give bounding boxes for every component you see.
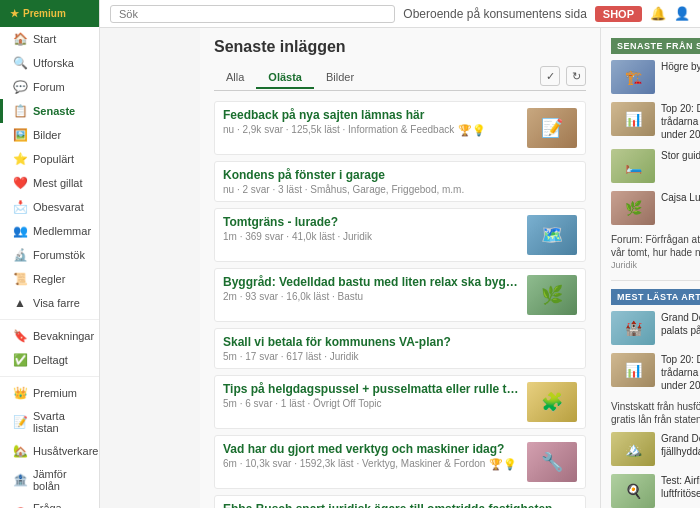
- rs-text: Stor guide: Köpa säng: [661, 149, 700, 183]
- sidebar-item-fragaexperten[interactable]: ❓ Fråga experten: [0, 497, 99, 508]
- sidebar-item-mestgillat[interactable]: ❤️ Mest gillat: [0, 171, 99, 195]
- sidebar-item-obesvarat[interactable]: 📩 Obesvarat: [0, 195, 99, 219]
- rs-section2-title: MEST LÄSTA ARTIKLAR: [611, 289, 700, 305]
- sidebar-divider2: [0, 376, 99, 377]
- sidebar-item-regler[interactable]: 📜 Regler: [0, 267, 99, 291]
- post-meta-text: 1m · 369 svar · 41,0k läst · Juridik: [223, 231, 372, 242]
- sidebar-item-husatverk[interactable]: 🏡 Husåtverkare: [0, 439, 99, 463]
- sidebar-item-label: Medlemmar: [33, 225, 91, 237]
- post-meta: 2m · 93 svar · 16,0k läst · Bastu: [223, 291, 519, 302]
- sidebar-item-forum[interactable]: 💬 Forum: [0, 75, 99, 99]
- home-icon: 🏠: [13, 32, 27, 46]
- post-content: Tips på helgdagspussel + pusselmatta ell…: [223, 382, 519, 422]
- tab-bilder[interactable]: Bilder: [314, 67, 366, 89]
- rs-thumbnail: 🛏️: [611, 149, 655, 183]
- post-item[interactable]: Kondens på fönster i garage nu · 2 svar …: [214, 161, 586, 202]
- tab-olasta[interactable]: Olästa: [256, 67, 314, 89]
- rs-item-title: Top 20: De mest lästa trådarna på Byggah…: [661, 353, 700, 392]
- post-emoji: 🏆💡: [458, 124, 486, 137]
- sidebar-item-label: Jämför bolån: [33, 468, 89, 492]
- bell-icon[interactable]: 🔔: [650, 6, 666, 21]
- user-icon[interactable]: 👤: [674, 6, 690, 21]
- post-meta: nu · 2,9k svar · 125,5k läst · Informati…: [223, 124, 519, 137]
- check-all-button[interactable]: ✓: [540, 66, 560, 86]
- sidebar-item-forumsok[interactable]: 🔬 Forumstök: [0, 243, 99, 267]
- post-item[interactable]: Ebba Busch snart juridisk ägare till oms…: [214, 495, 586, 508]
- rs-forum-item[interactable]: Forum: Förfrågan att gräva in fiber på v…: [611, 233, 700, 272]
- post-item[interactable]: Tomtgräns - lurade? 1m · 369 svar · 41,0…: [214, 208, 586, 262]
- rs-thumbnail: 🍳: [611, 474, 655, 508]
- post-title: Kondens på fönster i garage: [223, 168, 577, 182]
- sidebar-item-label: Obesvarat: [33, 201, 84, 213]
- post-thumbnail: 🔧: [527, 442, 577, 482]
- rs-text: Högre byggtakt än väntat i år: [661, 60, 700, 94]
- sidebar-item-premium[interactable]: 👑 Premium: [0, 381, 99, 405]
- sidebar-item-svartalistan[interactable]: 📝 Svarta listan: [0, 405, 99, 439]
- post-title: Byggråd: Vedelldad bastu med liten relax…: [223, 275, 519, 289]
- rs-item[interactable]: 🍳 Test: Airfryer - bästa luftfritösen: [611, 474, 700, 508]
- rs-section1-title: SENASTE FRÅN STARTSIDAN: [611, 38, 700, 54]
- tab-alla[interactable]: Alla: [214, 67, 256, 89]
- sidebar-item-start[interactable]: 🏠 Start: [0, 27, 99, 51]
- sidebar-item-label: Start: [33, 33, 56, 45]
- sidebar-nav: 🏠 Start 🔍 Utforska 💬 Forum 📋 Senaste 🖼️ …: [0, 27, 99, 508]
- rs-item-title: Cajsa Lundin: Kapa tuja: [661, 191, 700, 204]
- rs-item[interactable]: 🏰 Grand Designs: Kamouflaset palats på L…: [611, 311, 700, 345]
- post-title: Skall vi betala för kommunens VA-plan?: [223, 335, 577, 349]
- rs-item[interactable]: 🌿 Cajsa Lundin: Kapa tuja: [611, 191, 700, 225]
- rs-text: Top 20: De mest lästa trådarna på Byggah…: [661, 353, 700, 392]
- sidebar-item-populart[interactable]: ⭐ Populärt: [0, 147, 99, 171]
- rs-thumbnail: 🏔️: [611, 432, 655, 466]
- list-icon: 📋: [13, 104, 27, 118]
- independent-text: Oberoende på konsumentens sida: [403, 7, 586, 21]
- bookmark-icon: 🔖: [13, 329, 27, 343]
- topbar: Oberoende på konsumentens sida SHOP 🔔 👤: [100, 0, 700, 28]
- explore-icon: 🔍: [13, 56, 27, 70]
- post-item[interactable]: Byggråd: Vedelldad bastu med liten relax…: [214, 268, 586, 322]
- post-title: Tomtgräns - lurade?: [223, 215, 519, 229]
- sidebar-item-medlemmar[interactable]: 👥 Medlemmar: [0, 219, 99, 243]
- search-input[interactable]: [110, 5, 395, 23]
- rs-item[interactable]: 🏔️ Grand Designs: Pampig fjällhydda i År…: [611, 432, 700, 466]
- post-item[interactable]: Tips på helgdagspussel + pusselmatta ell…: [214, 375, 586, 429]
- rs-divider: [611, 280, 700, 281]
- post-thumbnail: 📝: [527, 108, 577, 148]
- rules-icon: 📜: [13, 272, 27, 286]
- rs-thumbnail: 🏰: [611, 311, 655, 345]
- check-icon: ✅: [13, 353, 27, 367]
- search2-icon: 🔬: [13, 248, 27, 262]
- rs-item-title: Test: Airfryer - bästa luftfritösen: [661, 474, 700, 500]
- post-emoji: 🏆💡: [489, 458, 517, 471]
- rs-item[interactable]: 📊 Top 20: De mest lästa trådarna på Bygg…: [611, 102, 700, 141]
- sidebar-item-label: Utforska: [33, 57, 74, 69]
- shop-button[interactable]: SHOP: [595, 6, 642, 22]
- sidebar-item-bilder[interactable]: 🖼️ Bilder: [0, 123, 99, 147]
- rs-item-title: Högre byggtakt än väntat i år: [661, 60, 700, 73]
- image-icon: 🖼️: [13, 128, 27, 142]
- sidebar-item-senaste[interactable]: 📋 Senaste: [0, 99, 99, 123]
- sidebar-item-jamforlan[interactable]: 🏦 Jämför bolån: [0, 463, 99, 497]
- post-meta: 5m · 6 svar · 1 läst · Övrigt Off Topic: [223, 398, 519, 409]
- rs-item[interactable]: 🛏️ Stor guide: Köpa säng: [611, 149, 700, 183]
- heart-icon: ❤️: [13, 176, 27, 190]
- rs-item[interactable]: Vinstskatt från husförsäljning kan bli g…: [611, 400, 700, 426]
- post-meta: 5m · 17 svar · 617 läst · Juridik: [223, 351, 577, 362]
- logo: ★ Premium: [0, 0, 99, 27]
- rs-item[interactable]: 📊 Top 20: De mest lästa trådarna på Bygg…: [611, 353, 700, 392]
- rs-item-title: Vinstskatt från husförsäljning kan bli g…: [611, 400, 700, 426]
- refresh-button[interactable]: ↻: [566, 66, 586, 86]
- post-item[interactable]: Vad har du gjort med verktyg och maskine…: [214, 435, 586, 489]
- sidebar-item-label: Premium: [33, 387, 77, 399]
- post-item[interactable]: Skall vi betala för kommunens VA-plan? 5…: [214, 328, 586, 369]
- sidebar-item-deltagt[interactable]: ✅ Deltagt: [0, 348, 99, 372]
- sidebar-divider1: [0, 319, 99, 320]
- rs-item-title: Grand Designs: Kamouflaset palats på Lid…: [661, 311, 700, 337]
- sidebar-item-bevakningar[interactable]: 🔖 Bevakningar: [0, 324, 99, 348]
- rs-item-title: Top 20: De mest lästa trådarna på Byggah…: [661, 102, 700, 141]
- post-item[interactable]: Feedback på nya sajten lämnas här nu · 2…: [214, 101, 586, 155]
- sidebar-item-label: Bevakningar: [33, 330, 94, 342]
- sidebar-item-utforska[interactable]: 🔍 Utforska: [0, 51, 99, 75]
- post-meta: 1m · 369 svar · 41,0k läst · Juridik: [223, 231, 519, 242]
- rs-item[interactable]: 🏗️ Högre byggtakt än väntat i år: [611, 60, 700, 94]
- sidebar-item-visafarre[interactable]: ▲ Visa farre: [0, 291, 99, 315]
